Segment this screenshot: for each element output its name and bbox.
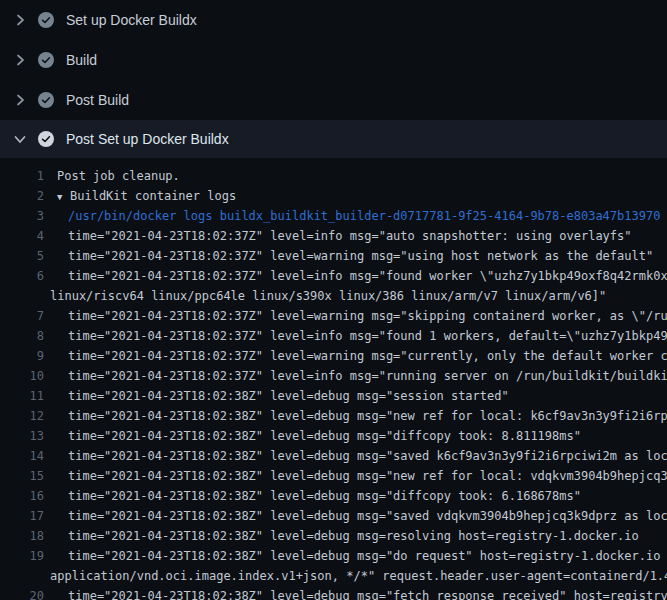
check-circle-icon [38,131,54,147]
log-text: time="2021-04-23T18:02:37Z" level=info m… [44,366,667,386]
step-label: Build [66,52,97,68]
group-label[interactable]: BuildKit container logs [70,189,236,203]
line-number[interactable]: 18 [0,526,44,546]
log-line: 3/usr/bin/docker logs buildx_buildkit_bu… [0,206,667,226]
log-line: 12time="2021-04-23T18:02:38Z" level=debu… [0,406,667,426]
log-text: ▼BuildKit container logs [44,186,667,206]
log-command-text: /usr/bin/docker logs buildx_buildkit_bui… [44,206,667,226]
log-line: 15time="2021-04-23T18:02:38Z" level=debu… [0,466,667,486]
step-label: Set up Docker Buildx [66,12,197,28]
line-number[interactable]: 7 [0,306,44,326]
log-lines: 1Post job cleanup.2▼BuildKit container l… [0,158,667,600]
chevron-right-icon[interactable] [12,92,28,108]
log-line: 16time="2021-04-23T18:02:38Z" level=debu… [0,486,667,506]
log-line: 20time="2021-04-23T18:02:38Z" level=debu… [0,586,667,600]
log-line: 9time="2021-04-23T18:02:37Z" level=warni… [0,346,667,366]
log-text: time="2021-04-23T18:02:38Z" level=debug … [44,466,667,486]
check-circle-icon [38,92,54,108]
log-line: 14time="2021-04-23T18:02:38Z" level=debu… [0,446,667,466]
line-number[interactable]: 3 [0,206,44,226]
log-line: 6time="2021-04-23T18:02:37Z" level=info … [0,266,667,286]
log-line: 13time="2021-04-23T18:02:38Z" level=debu… [0,426,667,446]
log-text: time="2021-04-23T18:02:38Z" level=debug … [44,526,667,546]
log-text: time="2021-04-23T18:02:38Z" level=debug … [44,546,667,566]
step-row-post-build[interactable]: Post Build [0,80,667,120]
step-row-post-set-up-docker-buildx[interactable]: Post Set up Docker Buildx [0,120,667,158]
log-line: 19time="2021-04-23T18:02:38Z" level=debu… [0,546,667,566]
line-number[interactable]: 8 [0,326,44,346]
log-text: time="2021-04-23T18:02:38Z" level=debug … [44,586,667,600]
line-number[interactable]: 14 [0,446,44,466]
log-text: time="2021-04-23T18:02:38Z" level=debug … [44,386,667,406]
step-label: Post Set up Docker Buildx [66,131,229,147]
line-number[interactable]: 19 [0,546,44,566]
log-text: time="2021-04-23T18:02:37Z" level=info m… [44,326,667,346]
line-number[interactable]: 9 [0,346,44,366]
line-number[interactable]: 13 [0,426,44,446]
log-text: time="2021-04-23T18:02:37Z" level=info m… [44,226,667,246]
log-line: 17time="2021-04-23T18:02:38Z" level=debu… [0,506,667,526]
log-text: time="2021-04-23T18:02:37Z" level=warnin… [44,246,667,266]
line-number [0,566,44,586]
log-text: time="2021-04-23T18:02:38Z" level=debug … [44,406,667,426]
line-number[interactable]: 5 [0,246,44,266]
log-line: 5time="2021-04-23T18:02:37Z" level=warni… [0,246,667,266]
step-row-build[interactable]: Build [0,40,667,80]
line-number[interactable]: 4 [0,226,44,246]
log-text: time="2021-04-23T18:02:38Z" level=debug … [44,426,667,446]
line-number[interactable]: 15 [0,466,44,486]
log-line: 7time="2021-04-23T18:02:37Z" level=warni… [0,306,667,326]
line-number[interactable]: 20 [0,586,44,600]
log-text: time="2021-04-23T18:02:37Z" level=warnin… [44,306,667,326]
log-line: 1Post job cleanup. [0,166,667,186]
log-line: linux/riscv64 linux/ppc64le linux/s390x … [0,286,667,306]
group-collapse-icon[interactable]: ▼ [57,187,70,206]
log-line: 8time="2021-04-23T18:02:37Z" level=info … [0,326,667,346]
log-text: time="2021-04-23T18:02:37Z" level=warnin… [44,346,667,366]
job-steps-list: Set up Docker Buildx Build Post Build Po… [0,0,667,158]
chevron-right-icon[interactable] [12,52,28,68]
log-line: 11time="2021-04-23T18:02:38Z" level=debu… [0,386,667,406]
line-number[interactable]: 2 [0,186,44,206]
chevron-right-icon[interactable] [12,12,28,28]
check-circle-icon [38,52,54,68]
line-number [0,286,44,306]
line-number[interactable]: 16 [0,486,44,506]
line-number[interactable]: 11 [0,386,44,406]
step-label: Post Build [66,92,129,108]
line-number[interactable]: 17 [0,506,44,526]
log-text: time="2021-04-23T18:02:38Z" level=debug … [44,486,667,506]
log-line: 2▼BuildKit container logs [0,186,667,206]
line-number[interactable]: 1 [0,166,44,186]
chevron-down-icon[interactable] [12,131,28,147]
log-line: 10time="2021-04-23T18:02:37Z" level=info… [0,366,667,386]
log-text: Post job cleanup. [44,166,667,186]
log-text: time="2021-04-23T18:02:38Z" level=debug … [44,446,667,466]
line-number[interactable]: 12 [0,406,44,426]
log-text: application/vnd.oci.image.index.v1+json,… [44,566,667,586]
log-line: 4time="2021-04-23T18:02:37Z" level=info … [0,226,667,246]
line-number[interactable]: 6 [0,266,44,286]
check-circle-icon [38,12,54,28]
log-line: application/vnd.oci.image.index.v1+json,… [0,566,667,586]
line-number[interactable]: 10 [0,366,44,386]
step-row-set-up-docker-buildx[interactable]: Set up Docker Buildx [0,0,667,40]
log-text: time="2021-04-23T18:02:37Z" level=info m… [44,266,667,286]
log-text: linux/riscv64 linux/ppc64le linux/s390x … [44,286,667,306]
log-line: 18time="2021-04-23T18:02:38Z" level=debu… [0,526,667,546]
log-text: time="2021-04-23T18:02:38Z" level=debug … [44,506,667,526]
